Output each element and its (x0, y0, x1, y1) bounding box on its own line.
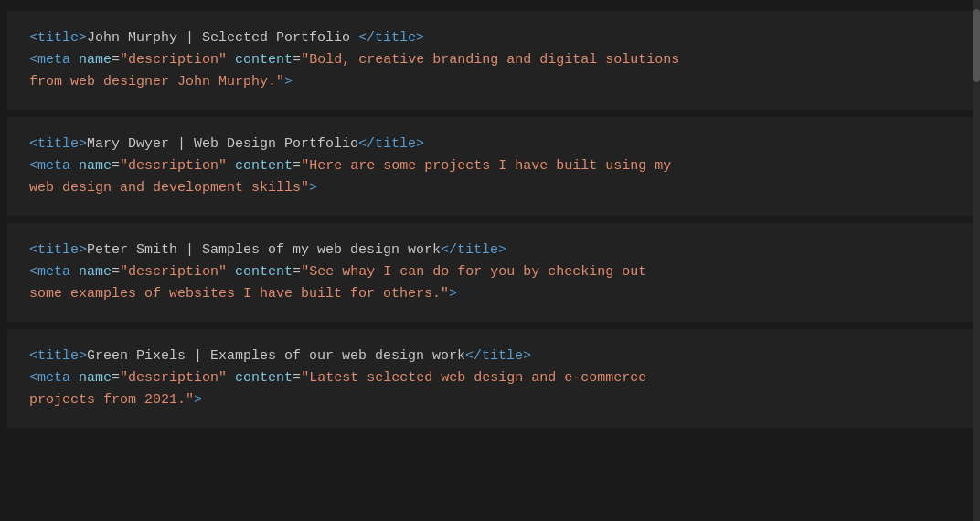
attr-value-token: "Bold, creative branding and digital sol… (301, 52, 679, 68)
code-line: <title>Mary Dwyer | Web Design Portfolio… (29, 133, 951, 155)
block-4: <title>Green Pixels | Examples of our we… (7, 329, 973, 428)
text-token (227, 158, 235, 174)
attr-value-token: "description" (120, 370, 227, 386)
text-token: = (293, 264, 301, 280)
attr-value-token: projects from 2021." (29, 392, 194, 408)
tag-token: <meta (29, 264, 79, 280)
code-line: <meta name="description" content="Bold, … (29, 49, 951, 71)
tag-token: <meta (29, 370, 79, 386)
text-token: = (112, 158, 120, 174)
code-line: <meta name="description" content="Here a… (29, 155, 951, 177)
tag-token: <title> (29, 242, 87, 258)
tag-token: <title> (29, 136, 87, 152)
text-token: = (293, 52, 301, 68)
attr-name-token: name (79, 52, 112, 68)
app-container: <title>John Murphy | Selected Portfolio … (0, 11, 980, 428)
attr-name-token: name (79, 370, 112, 386)
code-line: <meta name="description" content="Latest… (29, 367, 951, 389)
tag-token: > (309, 180, 317, 196)
code-line: <title>John Murphy | Selected Portfolio … (29, 27, 951, 49)
attr-value-token: from web designer John Murphy." (29, 74, 284, 90)
text-token: Mary Dwyer | Web Design Portfolio (87, 136, 358, 152)
tag-token: </title> (441, 242, 506, 258)
tag-token: <meta (29, 158, 79, 174)
attr-value-token: "description" (120, 158, 227, 174)
attr-value-token: some examples of websites I have built f… (29, 286, 449, 302)
tag-token: <meta (29, 52, 79, 68)
text-token (227, 264, 235, 280)
text-token: = (293, 158, 301, 174)
code-line: <title>Green Pixels | Examples of our we… (29, 346, 951, 367)
code-line: <meta name="description" content="See wh… (29, 261, 951, 283)
attr-value-token: "Latest selected web design and e-commer… (301, 370, 646, 386)
text-token: = (112, 52, 120, 68)
tag-token: </title> (358, 30, 424, 46)
text-token (227, 370, 235, 386)
scrollbar-thumb[interactable] (973, 9, 980, 82)
attr-value-token: "Here are some projects I have built usi… (301, 158, 671, 174)
text-token: = (112, 370, 120, 386)
attr-name-token: content (235, 158, 293, 174)
attr-name-token: content (235, 264, 293, 280)
attr-name-token: name (79, 264, 112, 280)
text-token: = (293, 370, 301, 386)
block-2: <title>Mary Dwyer | Web Design Portfolio… (7, 117, 973, 216)
attr-value-token: "See whay I can do for you by checking o… (301, 264, 646, 280)
attr-name-token: content (235, 52, 293, 68)
code-line: some examples of websites I have built f… (29, 283, 951, 305)
text-token: John Murphy | Selected Portfolio (87, 30, 358, 46)
tag-token: > (449, 286, 457, 302)
tag-token: <title> (29, 348, 87, 364)
block-3: <title>Peter Smith | Samples of my web d… (7, 223, 973, 322)
tag-token: </title> (465, 348, 531, 364)
attr-value-token: "description" (120, 264, 227, 280)
tag-token: > (194, 392, 202, 408)
attr-name-token: content (235, 370, 293, 386)
tag-token: </title> (358, 136, 424, 152)
code-line: <title>Peter Smith | Samples of my web d… (29, 239, 951, 261)
scrollbar[interactable] (973, 0, 980, 521)
code-line: from web designer John Murphy."> (29, 71, 951, 93)
text-token (227, 52, 235, 68)
code-line: projects from 2021."> (29, 389, 951, 411)
text-token: Green Pixels | Examples of our web desig… (87, 348, 465, 364)
code-line: web design and development skills"> (29, 177, 951, 199)
attr-value-token: web design and development skills" (29, 180, 309, 196)
attr-name-token: name (79, 158, 112, 174)
tag-token: > (284, 74, 293, 90)
text-token: = (112, 264, 120, 280)
tag-token: <title> (29, 30, 87, 46)
text-token: Peter Smith | Samples of my web design w… (87, 242, 441, 258)
block-1: <title>John Murphy | Selected Portfolio … (7, 11, 973, 110)
attr-value-token: "description" (120, 52, 227, 68)
